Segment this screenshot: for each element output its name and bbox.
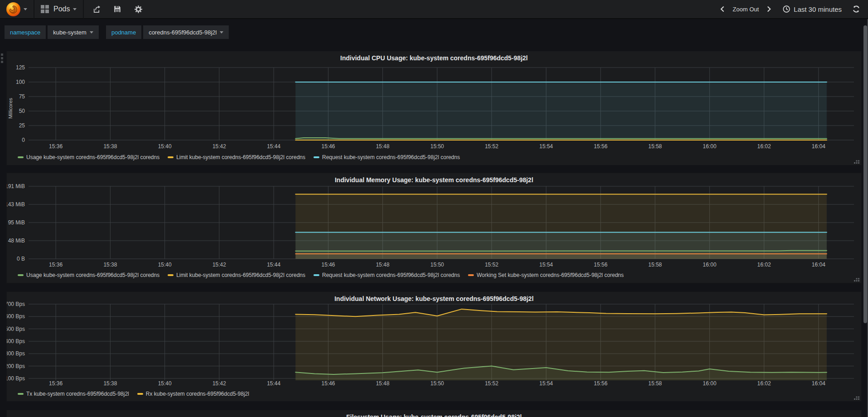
panel-filesystem-usage: Filesystem Usage: kube-system coredns-69…: [6, 410, 862, 417]
panel-resize-handle[interactable]: [858, 158, 859, 160]
svg-text:200 Bps: 200 Bps: [7, 363, 25, 369]
scrollbar-thumb[interactable]: [863, 25, 867, 323]
legend-item[interactable]: Usage kube-system coredns-695f96dcd5-98j…: [18, 154, 159, 160]
svg-text:15:52: 15:52: [485, 143, 498, 150]
variable-value: coredns-695f96dcd5-98j2l: [149, 29, 217, 36]
legend-item[interactable]: Request kube-system coredns-695f96dcd5-9…: [313, 154, 460, 160]
svg-text:15:42: 15:42: [212, 143, 226, 150]
share-button[interactable]: [92, 5, 101, 14]
dashboard-grid-icon: [41, 5, 49, 13]
time-shift-right-button[interactable]: [764, 5, 773, 14]
svg-text:191 MiB: 191 MiB: [7, 183, 25, 189]
legend-series-color: [168, 156, 174, 158]
dashboard-picker[interactable]: Pods: [34, 0, 84, 19]
legend-series-color: [313, 274, 319, 276]
legend-item[interactable]: Working Set kube-system coredns-695f96dc…: [468, 272, 624, 278]
time-range-label: Last 30 minutes: [794, 5, 842, 13]
time-shift-left-button[interactable]: [718, 5, 727, 14]
svg-text:100 Bps: 100 Bps: [7, 375, 25, 382]
panel-resize-handle[interactable]: [858, 276, 859, 277]
svg-text:75: 75: [19, 93, 25, 100]
legend-series-label: Usage kube-system coredns-695f96dcd5-98j…: [26, 272, 159, 278]
grafana-logo-icon: [6, 2, 20, 16]
svg-text:15:38: 15:38: [103, 143, 117, 150]
chevron-down-icon: [90, 31, 93, 34]
zoom-out-button[interactable]: Zoom Out: [733, 6, 759, 13]
svg-text:16:00: 16:00: [703, 262, 716, 268]
svg-text:15:54: 15:54: [539, 143, 553, 150]
svg-text:16:04: 16:04: [812, 262, 825, 268]
svg-text:16:02: 16:02: [757, 262, 771, 268]
svg-text:15:56: 15:56: [594, 143, 608, 150]
svg-text:16:00: 16:00: [703, 143, 716, 150]
settings-gear-icon[interactable]: [134, 5, 143, 14]
svg-text:15:38: 15:38: [103, 380, 117, 387]
row-drag-handle[interactable]: [1, 53, 3, 56]
panel-memory-usage: Individual Memory Usage: kube-system cor…: [6, 173, 862, 283]
svg-text:15:42: 15:42: [212, 262, 226, 268]
svg-text:15:36: 15:36: [49, 262, 63, 268]
legend-series-label: Request kube-system coredns-695f96dcd5-9…: [322, 154, 460, 160]
svg-text:600 Bps: 600 Bps: [7, 313, 25, 320]
svg-text:15:40: 15:40: [158, 262, 172, 268]
legend-series-color: [18, 156, 24, 158]
svg-text:15:48: 15:48: [376, 143, 390, 150]
svg-text:143 MiB: 143 MiB: [7, 201, 25, 208]
legend-series-label: Rx kube-system coredns-695f96dcd5-98j2l: [146, 391, 249, 397]
panel-title[interactable]: Filesystem Usage: kube-system coredns-69…: [7, 413, 861, 417]
svg-text:15:48: 15:48: [376, 262, 390, 268]
legend-series-color: [168, 274, 174, 276]
legend-item[interactable]: Usage kube-system coredns-695f96dcd5-98j…: [18, 272, 159, 278]
variable-select-podname[interactable]: coredns-695f96dcd5-98j2l: [143, 25, 229, 39]
grafana-menu[interactable]: [0, 0, 34, 19]
svg-text:15:50: 15:50: [430, 262, 444, 268]
dashboard-actions: [84, 5, 147, 14]
svg-text:48 MiB: 48 MiB: [8, 238, 25, 244]
chevron-down-icon: [220, 31, 223, 34]
legend-item[interactable]: Request kube-system coredns-695f96dcd5-9…: [313, 272, 460, 278]
legend-series-label: Usage kube-system coredns-695f96dcd5-98j…: [26, 154, 159, 160]
clock-icon: [782, 5, 791, 13]
legend-series-label: Limit kube-system coredns-695f96dcd5-98j…: [176, 272, 305, 278]
svg-text:500 Bps: 500 Bps: [7, 326, 25, 332]
svg-text:15:46: 15:46: [321, 143, 335, 150]
legend-series-label: Request kube-system coredns-695f96dcd5-9…: [322, 272, 460, 278]
svg-text:15:46: 15:46: [321, 262, 335, 268]
svg-text:100: 100: [16, 79, 25, 85]
panel-resize-handle[interactable]: [858, 394, 859, 396]
svg-text:0 B: 0 B: [17, 256, 25, 262]
legend-item[interactable]: Limit kube-system coredns-695f96dcd5-98j…: [168, 154, 305, 160]
variable-value: kube-system: [53, 29, 87, 36]
chart-canvas[interactable]: 100 Bps200 Bps300 Bps400 Bps500 Bps600 B…: [7, 292, 861, 401]
svg-text:16:04: 16:04: [812, 143, 825, 150]
save-button[interactable]: [113, 5, 122, 14]
svg-text:50: 50: [19, 108, 25, 114]
grafana-dashboard: Pods: [0, 0, 868, 417]
time-range-picker[interactable]: Last 30 minutes: [782, 5, 842, 13]
variable-label-podname: podname: [106, 25, 141, 39]
svg-text:15:40: 15:40: [158, 380, 172, 387]
svg-text:15:54: 15:54: [539, 262, 553, 268]
time-controls: Zoom Out Last 30 minutes: [718, 5, 868, 14]
svg-text:15:44: 15:44: [267, 380, 280, 387]
legend-item[interactable]: Tx kube-system coredns-695f96dcd5-98j2l: [18, 391, 129, 397]
refresh-button[interactable]: [852, 5, 861, 14]
svg-text:15:40: 15:40: [158, 143, 172, 150]
legend-item[interactable]: Limit kube-system coredns-695f96dcd5-98j…: [168, 272, 305, 278]
legend-item[interactable]: Rx kube-system coredns-695f96dcd5-98j2l: [137, 391, 249, 397]
svg-text:15:44: 15:44: [267, 262, 280, 268]
svg-text:15:36: 15:36: [49, 143, 63, 150]
chart-legend: Usage kube-system coredns-695f96dcd5-98j…: [18, 272, 624, 278]
chart-canvas[interactable]: 0 B48 MiB95 MiB143 MiB191 MiB15:3615:381…: [7, 173, 861, 283]
variable-select-namespace[interactable]: kube-system: [48, 25, 99, 39]
svg-text:15:42: 15:42: [212, 380, 226, 387]
svg-text:0: 0: [22, 137, 25, 143]
svg-text:16:04: 16:04: [812, 380, 825, 387]
svg-text:16:00: 16:00: [703, 380, 716, 387]
svg-text:400 Bps: 400 Bps: [7, 338, 25, 344]
svg-text:15:46: 15:46: [321, 380, 335, 387]
chart-canvas[interactable]: 025507510012515:3615:3815:4015:4215:4415…: [7, 51, 861, 165]
svg-text:15:54: 15:54: [539, 380, 553, 387]
panel-cpu-usage: Individual CPU Usage: kube-system coredn…: [6, 51, 862, 165]
svg-text:16:02: 16:02: [757, 143, 771, 150]
